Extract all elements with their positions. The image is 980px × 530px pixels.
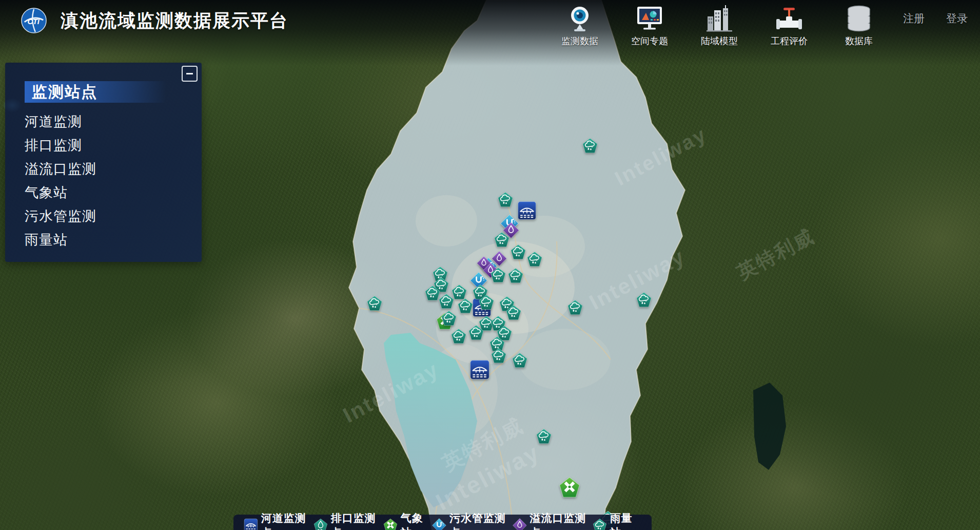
webcam-icon: [565, 4, 594, 33]
svg-text:CTI: CTI: [27, 17, 40, 26]
monitoring-stations-panel: 监测站点 河道监测 排口监测 溢流口监测 气象站 污水管监测 雨量站: [5, 63, 202, 262]
map-marker-rain[interactable]: [567, 299, 583, 315]
nav-label: 数据库: [845, 35, 873, 47]
database-icon: [845, 4, 873, 33]
nav-label: 监测数据: [561, 35, 598, 47]
city-model-icon: [705, 4, 734, 33]
legend-item-overflow[interactable]: 溢流口监测点: [513, 511, 593, 530]
map-marker-rain[interactable]: [582, 138, 598, 154]
sidebar-item-rain-station[interactable]: 雨量站: [25, 228, 202, 252]
panel-minimize-button[interactable]: [182, 66, 198, 82]
nav-item-land-model[interactable]: 陆域模型: [691, 4, 748, 47]
map-marker-weather[interactable]: [559, 477, 580, 498]
legend-label: 气象站: [401, 511, 432, 530]
map-marker-rain[interactable]: [468, 325, 484, 340]
overflow-marker-icon: [513, 518, 527, 530]
map-viewport[interactable]: 英特利威InteliwayInteliwayInteliwayInteliway…: [0, 0, 980, 530]
map-marker-rain[interactable]: [439, 293, 455, 309]
rain-marker-icon: [593, 518, 607, 530]
map-legend: 河道监测点 排口监测点 气象站 污水管监测点 溢流口监测点 雨量站: [233, 515, 652, 530]
legend-item-rain[interactable]: 雨量站: [593, 511, 641, 530]
nav-label: 工程评价: [771, 35, 808, 47]
nav-item-monitoring-data[interactable]: 监测数据: [551, 4, 609, 47]
map-marker-rain[interactable]: [536, 428, 552, 444]
legend-label: 河道监测点: [261, 511, 313, 530]
legend-item-river[interactable]: 河道监测点: [244, 511, 313, 530]
sidebar-item-weather-station[interactable]: 气象站: [25, 181, 202, 204]
panel-title: 监测站点: [25, 81, 166, 103]
sidebar-item-overflow-monitoring[interactable]: 溢流口监测: [25, 157, 202, 181]
nav-label: 陆域模型: [701, 35, 738, 47]
nav-item-project-evaluation[interactable]: 工程评价: [760, 4, 818, 47]
map-marker-rain[interactable]: [636, 292, 652, 308]
cti-logo-icon: CTI: [21, 7, 47, 34]
map-marker-rain[interactable]: [494, 232, 510, 248]
legend-item-outlet[interactable]: 排口监测点: [313, 511, 383, 530]
map-marker-rain[interactable]: [479, 294, 495, 310]
sidebar-item-river-monitoring[interactable]: 河道监测: [25, 110, 202, 134]
legend-label: 溢流口监测点: [530, 511, 593, 530]
map-marker-rain[interactable]: [498, 192, 514, 207]
map-marker-river[interactable]: [517, 201, 537, 220]
main-nav: 监测数据 空间专题: [551, 4, 888, 47]
legend-label: 污水管监测点: [449, 511, 513, 530]
top-bar: CTI 滇池流域监测数据展示平台 监测数据: [0, 0, 980, 66]
river-marker-icon: [244, 518, 258, 530]
map-marker-rain[interactable]: [512, 352, 528, 368]
monitor-chart-icon: [635, 4, 664, 33]
register-link[interactable]: 注册: [903, 11, 925, 26]
nav-item-spatial-themes[interactable]: 空间专题: [621, 4, 678, 47]
map-marker-rain[interactable]: [491, 267, 506, 283]
nav-label: 空间专题: [631, 35, 668, 47]
legend-item-sewage[interactable]: 污水管监测点: [432, 511, 512, 530]
sidebar-item-sewage-monitoring[interactable]: 污水管监测: [25, 204, 202, 228]
map-marker-rain[interactable]: [527, 251, 543, 267]
page-title: 滇池流域监测数据展示平台: [61, 9, 288, 33]
outlet-marker-icon: [313, 518, 328, 530]
map-marker-rain[interactable]: [451, 328, 467, 344]
map-marker-rain[interactable]: [441, 310, 457, 326]
brand: CTI 滇池流域监测数据展示平台: [21, 7, 288, 34]
sidebar-item-outlet-monitoring[interactable]: 排口监测: [25, 134, 202, 157]
minus-icon: [186, 73, 193, 74]
pipe-valve-icon: [775, 4, 803, 33]
map-marker-rain[interactable]: [491, 348, 507, 364]
weather-marker-icon: [383, 518, 398, 530]
station-type-list: 河道监测 排口监测 溢流口监测 气象站 污水管监测 雨量站: [25, 110, 202, 252]
sewage-marker-icon: [432, 518, 446, 530]
nav-item-database[interactable]: 数据库: [830, 4, 888, 47]
legend-label: 雨量站: [610, 511, 641, 530]
legend-label: 排口监测点: [331, 511, 383, 530]
auth-links: 注册 登录: [903, 11, 968, 26]
legend-item-weather[interactable]: 气象站: [383, 511, 432, 530]
map-marker-rain[interactable]: [511, 244, 526, 260]
map-marker-rain[interactable]: [367, 295, 383, 311]
map-marker-rain[interactable]: [508, 268, 524, 283]
map-marker-river[interactable]: [469, 359, 490, 380]
map-marker-rain[interactable]: [506, 305, 522, 320]
map-marker-rain[interactable]: [458, 298, 474, 314]
login-link[interactable]: 登录: [946, 11, 968, 26]
